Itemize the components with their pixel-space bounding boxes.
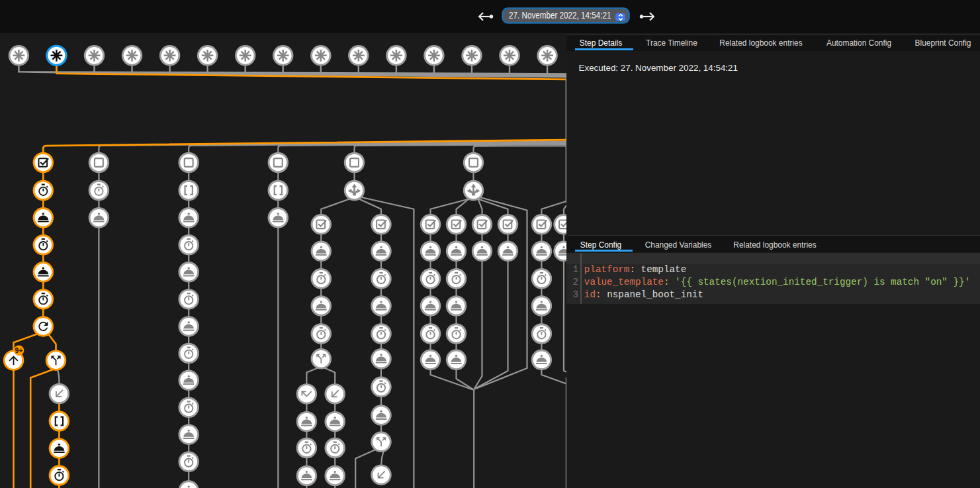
svg-text:9+: 9+ [15,346,23,354]
